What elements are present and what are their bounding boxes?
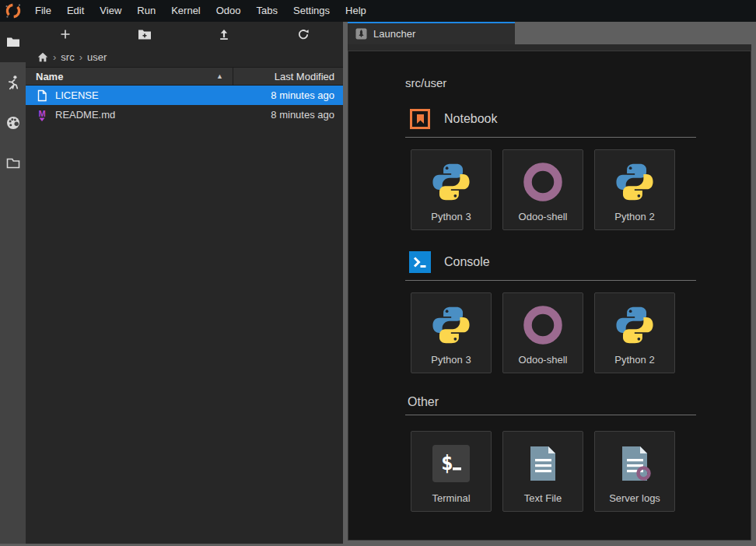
column-header-last-modified[interactable]: Last Modified [233,71,343,82]
other-cards: $ Terminal Text File [411,431,696,512]
new-folder-icon[interactable] [105,22,184,47]
launcher-card-text-file[interactable]: Text File [502,431,583,512]
card-label: Text File [524,492,562,504]
launcher-cwd: src/user [405,76,696,89]
activity-sidebar [0,22,26,544]
column-header-name[interactable]: Name ▲ [26,68,233,85]
sidebar-tab-command-palette[interactable] [0,103,26,143]
tab-launcher-label: Launcher [373,28,415,40]
card-label: Python 2 [614,354,654,366]
file-modified: 8 minutes ago [271,89,343,101]
launcher-card-console-odoo-shell[interactable]: Odoo-shell [502,292,583,373]
column-name-label: Name [36,71,63,82]
svg-text:$: $ [441,451,453,474]
dock-body: src/user Notebook Python 3 [348,44,751,541]
menu-settings[interactable]: Settings [285,0,338,22]
menu-view[interactable]: View [92,0,129,22]
launcher-card-notebook-odoo-shell[interactable]: Odoo-shell [502,149,583,230]
file-browser-panel: › src › user Name ▲ Last Modified LICENS… [26,22,343,544]
launcher-card-notebook-python2[interactable]: Python 2 [594,149,675,230]
file-row-license[interactable]: LICENSE 8 minutes ago [26,86,343,105]
breadcrumb-user[interactable]: user [87,51,107,63]
python-icon [431,162,471,202]
launcher-card-terminal[interactable]: $ Terminal [411,431,492,512]
tab-launcher[interactable]: Launcher [348,22,515,44]
folder-icon [6,36,20,48]
section-divider [405,415,696,415]
card-label: Server logs [609,492,660,504]
file-list-header: Name ▲ Last Modified [26,67,343,86]
python-icon [614,162,655,202]
menu-bar: File Edit View Run Kernel Odoo Tabs Sett… [0,0,756,22]
notebook-icon [409,108,431,130]
console-icon [409,251,431,273]
card-label: Python 2 [614,211,654,222]
card-label: Terminal [432,492,470,504]
section-title: Console [444,255,490,269]
launcher-panel: src/user Notebook Python 3 [348,51,751,541]
menu-help[interactable]: Help [338,0,374,22]
section-title: Notebook [444,112,498,126]
card-label: Python 3 [431,211,471,222]
breadcrumb-separator: › [53,51,56,63]
section-header-console: Console [409,251,696,273]
menu-file[interactable]: File [27,0,59,22]
sidebar-tab-file-browser[interactable] [0,22,26,62]
upload-icon[interactable] [184,22,264,47]
sidebar-tab-running-sessions[interactable] [0,62,26,103]
odoo-ring-icon [523,162,563,202]
breadcrumb: › src › user [26,47,343,67]
menu-run[interactable]: Run [129,0,163,22]
launcher-card-console-python2[interactable]: Python 2 [594,292,675,373]
launcher-card-console-python3[interactable]: Python 3 [411,292,492,373]
palette-icon [5,115,21,131]
launcher-card-notebook-python3[interactable]: Python 3 [411,149,492,230]
launcher-card-server-logs[interactable]: Server logs [594,431,675,512]
python-icon [431,305,471,345]
odoo-ring-icon [523,305,563,345]
home-icon[interactable] [37,52,48,62]
launcher-rocket-icon [355,28,367,40]
markdown-icon: M [36,109,48,121]
terminal-icon: $ [431,443,471,484]
file-name: README.md [55,109,271,121]
breadcrumb-src[interactable]: src [61,51,74,63]
section-divider [405,280,696,281]
file-modified: 8 minutes ago [271,109,343,121]
section-header-notebook: Notebook [409,108,696,130]
file-row-readme[interactable]: M README.md 8 minutes ago [26,105,343,124]
file-icon [36,89,48,102]
console-cards: Python 3 Odoo-shell Python 2 [411,292,696,373]
dock-tab-bar: Launcher [348,22,756,44]
section-title: Other [408,395,439,409]
menu-kernel[interactable]: Kernel [163,0,208,22]
odoo-logo-icon [3,1,23,21]
python-icon [614,305,655,345]
main-dock-panel: Launcher src/user Notebook [348,22,756,546]
server-logs-icon [614,443,655,484]
running-person-icon [5,75,20,91]
svg-text:M: M [38,109,45,118]
menu-edit[interactable]: Edit [59,0,92,22]
breadcrumb-separator: › [79,51,82,63]
card-label: Python 3 [431,354,471,366]
notebook-cards: Python 3 Odoo-shell Python 2 [411,149,696,230]
sort-ascending-icon[interactable]: ▲ [216,72,223,80]
sidebar-tab-open-tabs[interactable] [0,143,26,184]
section-divider [405,137,696,138]
new-launcher-plus-icon[interactable] [26,22,105,47]
card-label: Odoo-shell [519,211,568,222]
section-header-other: Other [408,394,696,409]
file-name: LICENSE [55,89,271,101]
open-tabs-icon [5,156,21,170]
card-label: Odoo-shell [519,354,568,366]
menu-odoo[interactable]: Odoo [208,0,249,22]
file-browser-toolbar [26,22,343,47]
refresh-icon[interactable] [264,22,343,47]
menu-tabs[interactable]: Tabs [249,0,285,22]
text-file-icon [523,443,563,484]
